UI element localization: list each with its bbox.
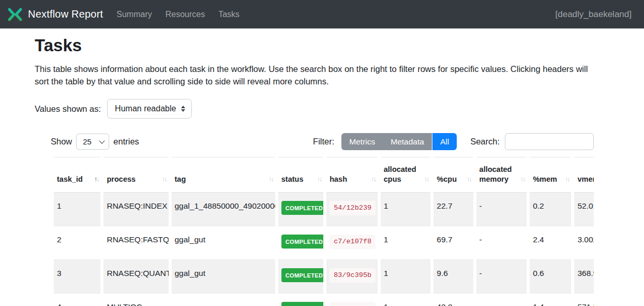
status-badge: COMPLETED <box>281 201 323 215</box>
table-row: 2RNASEQ:FASTQCggal_gutCOMPLETEDc7/e107f8… <box>54 226 594 260</box>
entries-label: entries <box>113 137 139 147</box>
cell-status: COMPLETED <box>278 226 323 260</box>
cell-pct_mem: 2.4 <box>530 226 571 260</box>
status-badge: COMPLETED <box>281 235 323 249</box>
nav-link-resources[interactable]: Resources <box>166 10 205 19</box>
status-badge: COMPLETED <box>281 268 323 282</box>
search-label: Search: <box>470 137 500 147</box>
cell-tag: ggal_1_48850000_49020000 <box>172 193 275 226</box>
table-body: 1RNASEQ:INDEXggal_1_48850000_49020000COM… <box>54 193 594 306</box>
column-header-task_id[interactable]: task_id↑↓ <box>54 157 100 193</box>
cell-pct_cpu: 42.8 <box>433 294 473 306</box>
status-badge: COMPLETED <box>281 302 323 306</box>
cell-allocated_cpus: 1 <box>381 226 431 260</box>
nav-link-tasks[interactable]: Tasks <box>218 10 239 19</box>
cell-hash: 83/9c395b <box>326 260 378 294</box>
sort-arrows-icon: ↑↓ <box>424 174 429 184</box>
column-label: %mem <box>533 175 557 183</box>
column-header-process[interactable]: process↑↓ <box>103 157 168 193</box>
navbar-links: SummaryResourcesTasks <box>116 10 239 19</box>
chevron-down-icon <box>99 138 105 143</box>
filter-label: Filter: <box>313 137 334 147</box>
cell-status: COMPLETED <box>278 294 323 306</box>
sort-arrows-icon: ↑↓ <box>162 174 167 184</box>
column-header-allocated_memory[interactable]: allocated memory↑↓ <box>476 157 527 193</box>
cell-task_id: 2 <box>54 226 100 260</box>
sort-arrows-icon: ↑↓ <box>565 174 570 184</box>
table-scroll-clip[interactable]: task_id↑↓process↑↓tag↑↓status↑↓hash↑↓all… <box>51 157 594 306</box>
cell-status: COMPLETED <box>278 260 323 294</box>
column-label: tag <box>175 175 186 183</box>
column-header-status[interactable]: status↑↓ <box>278 157 323 193</box>
search-input[interactable] <box>505 133 594 150</box>
column-label: vmem <box>577 175 594 183</box>
column-label: status <box>281 175 304 183</box>
cell-vmem: 368.95 MB <box>574 260 594 294</box>
cell-pct_cpu: 22.7 <box>433 193 473 226</box>
cell-pct_mem: 0.6 <box>530 260 571 294</box>
cell-allocated_memory: - <box>476 193 527 226</box>
sort-arrows-icon: ↑↓ <box>520 174 525 184</box>
column-header-vmem[interactable]: vmem↑↓ <box>574 157 594 193</box>
navbar-brand[interactable]: Nextflow Report <box>7 8 103 21</box>
cell-process: RNASEQ:QUANT <box>103 260 168 294</box>
hash-code: 94/c235e1 <box>330 302 376 306</box>
column-header-allocated_cpus[interactable]: allocated cpus↑↓ <box>381 157 431 193</box>
sort-arrows-icon: ↑↓ <box>268 174 273 184</box>
table-row: 4MULTIQC-COMPLETED94/c235e1142.8-1.4571.… <box>54 294 594 306</box>
column-label: hash <box>330 175 347 183</box>
tasks-table-section: Show 25 entries Filter: MetricsMetadataA… <box>51 133 594 306</box>
nextflow-logo-icon <box>7 8 23 21</box>
cell-vmem: 3.002 GB <box>574 226 594 260</box>
tasks-table: task_id↑↓process↑↓tag↑↓status↑↓hash↑↓all… <box>51 157 594 306</box>
column-label: allocated memory <box>480 165 512 183</box>
values-shown-select[interactable]: Human readable <box>107 99 192 119</box>
values-shown-value: Human readable <box>115 104 176 113</box>
cell-hash: 54/12b239 <box>326 193 378 226</box>
cell-pct_cpu: 69.7 <box>433 226 473 260</box>
run-name-label: [deadly_baekeland] <box>556 9 632 20</box>
column-label: allocated cpus <box>384 165 416 183</box>
filter-button-all[interactable]: All <box>432 133 457 150</box>
cell-vmem: 571.58 MB <box>574 294 594 306</box>
hash-code: 83/9c395b <box>330 268 376 283</box>
show-label: Show <box>51 137 72 147</box>
filter-button-metadata[interactable]: Metadata <box>383 133 432 150</box>
values-shown-label: Values shown as: <box>35 104 101 114</box>
sort-arrows-icon: ↑↓ <box>94 174 99 184</box>
cell-tag: ggal_gut <box>172 260 275 294</box>
cell-allocated_cpus: 1 <box>381 260 431 294</box>
cell-task_id: 1 <box>54 193 100 226</box>
top-navbar: Nextflow Report SummaryResourcesTasks [d… <box>0 0 644 28</box>
page-description: This table shows information about each … <box>35 63 604 88</box>
filter-button-group: MetricsMetadataAll <box>341 133 457 150</box>
page-content: Tasks This table shows information about… <box>0 28 644 306</box>
column-header-tag[interactable]: tag↑↓ <box>172 157 275 193</box>
hash-code: c7/e107f8 <box>330 235 376 249</box>
cell-pct_mem: 0.2 <box>530 193 571 226</box>
cell-tag: ggal_gut <box>172 226 275 260</box>
cell-status: COMPLETED <box>278 193 323 226</box>
column-header-pct_mem[interactable]: %mem↑↓ <box>530 157 571 193</box>
table-controls-row: Show 25 entries Filter: MetricsMetadataA… <box>51 133 594 150</box>
hash-code: 54/12b239 <box>330 201 376 215</box>
page-length-select[interactable]: 25 <box>76 134 109 150</box>
values-shown-row: Values shown as: Human readable <box>35 99 644 119</box>
cell-pct_mem: 1.4 <box>530 294 571 306</box>
table-header-row: task_id↑↓process↑↓tag↑↓status↑↓hash↑↓all… <box>54 157 594 193</box>
cell-allocated_memory: - <box>476 260 527 294</box>
nav-link-summary[interactable]: Summary <box>116 10 152 19</box>
table-row: 1RNASEQ:INDEXggal_1_48850000_49020000COM… <box>54 193 594 226</box>
table-row: 3RNASEQ:QUANTggal_gutCOMPLETED83/9c395b1… <box>54 260 594 294</box>
filter-button-metrics[interactable]: Metrics <box>341 133 383 150</box>
page-title: Tasks <box>35 36 644 55</box>
select-updown-icon <box>181 106 185 112</box>
cell-hash: c7/e107f8 <box>326 226 378 260</box>
column-header-hash[interactable]: hash↑↓ <box>326 157 378 193</box>
cell-process: MULTIQC <box>103 294 168 306</box>
cell-process: RNASEQ:FASTQC <box>103 226 168 260</box>
column-label: %cpu <box>437 175 457 183</box>
cell-process: RNASEQ:INDEX <box>103 193 168 226</box>
cell-allocated_cpus: 1 <box>381 193 431 226</box>
column-header-pct_cpu[interactable]: %cpu↑↓ <box>433 157 473 193</box>
